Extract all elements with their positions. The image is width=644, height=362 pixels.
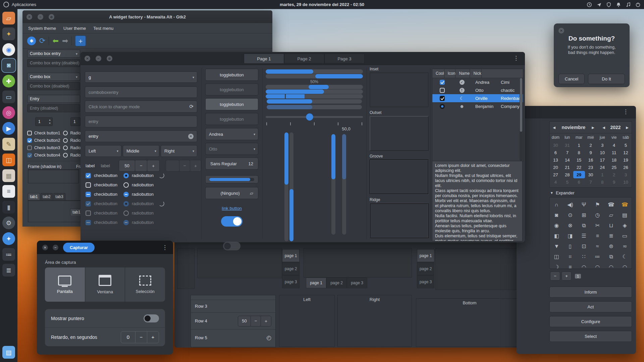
grid-icon[interactable]: ⊗ (564, 220, 577, 231)
radio[interactable] (63, 153, 68, 158)
network-icon[interactable] (596, 2, 602, 7)
calendar-day[interactable]: 17 (596, 156, 608, 164)
row-checkbox[interactable] (440, 104, 445, 109)
grid-icon[interactable]: ⊙ (564, 210, 577, 220)
vertical-tab[interactable]: page 3 (417, 275, 434, 288)
next-month-icon[interactable]: ▶ (589, 126, 597, 129)
radio[interactable] (123, 210, 129, 216)
grid-icon[interactable]: ◈ (618, 220, 632, 231)
scrollbar[interactable] (520, 78, 523, 161)
radio[interactable] (123, 201, 129, 206)
checkbox[interactable] (27, 138, 32, 143)
grid-icon[interactable]: ◠ (577, 262, 591, 269)
grid-icon[interactable]: ◨ (564, 231, 577, 241)
grid-icon[interactable]: ☰ (577, 231, 591, 241)
checkbox[interactable] (86, 192, 91, 197)
calendar-day[interactable]: 9 (608, 178, 620, 186)
shield-icon[interactable] (606, 2, 611, 7)
alignment-combo[interactable]: Middle▾ (123, 145, 159, 157)
calendar-day[interactable]: 2 (585, 141, 597, 149)
calendar-day[interactable]: 26 (620, 164, 632, 171)
menu-item[interactable]: Test menu (90, 25, 116, 32)
file-chooser-button[interactable]: (Ninguno)▱ (205, 187, 258, 199)
radio[interactable] (123, 220, 129, 225)
radio[interactable] (123, 173, 129, 178)
vertical-scale-3[interactable] (331, 134, 335, 235)
combo-box-entry[interactable]: g▾ (85, 71, 197, 83)
calendar-day[interactable]: 5 (561, 178, 573, 186)
dock-icon[interactable]: ≔ (2, 248, 15, 261)
close-icon[interactable]: ✕ (558, 28, 564, 34)
menu-item[interactable]: User theme (60, 25, 89, 32)
row-checkbox[interactable] (440, 88, 445, 93)
grid-icon[interactable]: ▱ (604, 210, 618, 220)
calendar-day[interactable]: 31 (561, 141, 573, 149)
dock-icon[interactable]: ◎ (2, 106, 15, 119)
refresh-icon[interactable]: ⟳ (189, 104, 194, 110)
grid-icon[interactable]: ≈ (591, 241, 604, 251)
delay-plus-button[interactable]: + (147, 331, 159, 343)
calendar-day[interactable]: 27 (550, 171, 561, 178)
calendar-day[interactable]: 5 (620, 141, 632, 149)
calendar-day[interactable]: 6 (573, 178, 585, 186)
dock-icon[interactable]: ✦ (2, 232, 15, 245)
calendar-day[interactable]: 7 (561, 149, 573, 156)
checkbox[interactable] (86, 182, 91, 188)
combo-box-entry[interactable]: Combo box entry▾ (27, 50, 80, 58)
page-tab[interactable]: Page 1 (244, 54, 284, 64)
calendar-day[interactable]: 21 (561, 164, 573, 171)
calendar-day[interactable]: 1 (596, 171, 608, 178)
grid-icon[interactable]: ◠ (618, 262, 632, 269)
radio[interactable] (123, 192, 129, 197)
menu-kebab-icon[interactable]: ⋮ (623, 109, 629, 115)
list-row[interactable]: Row 5 ◴ (191, 329, 275, 346)
music-icon[interactable] (626, 2, 631, 7)
add-button[interactable]: + (561, 272, 572, 281)
checkbox[interactable] (86, 201, 91, 206)
prev-year-icon[interactable]: ◀ (599, 126, 608, 129)
table-row[interactable]: ! Otto chaotic (432, 86, 523, 94)
grid-icon[interactable]: ▤ (618, 210, 632, 220)
calendar-day[interactable]: 11 (608, 149, 620, 156)
alignment-combo[interactable]: Left▾ (85, 145, 121, 157)
action-button[interactable]: Inform (549, 287, 632, 298)
grid-icon[interactable]: ◀) (564, 199, 577, 210)
grid-icon[interactable]: ☎ (618, 199, 632, 210)
dock-icon[interactable]: ⚙ (2, 217, 15, 229)
spin-value[interactable]: 50 (238, 316, 251, 326)
calendar-day[interactable]: 19 (620, 156, 632, 164)
grid-icon[interactable]: ◙ (550, 210, 564, 220)
column-header[interactable]: Icon (444, 69, 456, 78)
dock-icon[interactable]: ✚ (2, 75, 15, 87)
horizontal-tab[interactable]: page 2 (326, 278, 347, 288)
vertical-scale-1[interactable] (284, 132, 288, 241)
calendar-day[interactable]: 22 (573, 164, 585, 171)
grid-icon[interactable]: ⚑ (591, 199, 604, 210)
grid-icon[interactable]: ⧉ (577, 220, 591, 231)
clock-icon[interactable] (587, 2, 592, 7)
vertical-tab[interactable]: page 2 (417, 262, 434, 275)
minimize-icon[interactable]: − (53, 245, 58, 250)
vertical-scale-2[interactable] (289, 132, 293, 241)
list-row[interactable]: Row 4 50 − ＋ (191, 312, 275, 329)
option-window[interactable]: Ventana (85, 267, 125, 302)
delay-value[interactable]: 0 (121, 331, 136, 343)
list-row-partial[interactable] (191, 295, 275, 300)
font-button[interactable]: Sans Regular12 (205, 158, 258, 170)
grid-icon[interactable]: ◫ (550, 251, 564, 262)
grid-icon[interactable]: ⧉ (604, 251, 618, 262)
link-button[interactable]: link button (205, 205, 258, 211)
calendar-day[interactable]: 4 (608, 141, 620, 149)
toggle-button[interactable]: togglebutton (205, 69, 258, 81)
delay-minus-button[interactable]: − (136, 331, 147, 343)
calendar-day[interactable]: 7 (585, 178, 597, 186)
restore-icon[interactable]: ⊘ (107, 56, 112, 61)
grid-icon[interactable]: ⊞ (577, 210, 591, 220)
page-tab[interactable]: Page 3 (324, 54, 365, 64)
horizontal-tab[interactable]: page 1 (306, 278, 326, 288)
grid-icon[interactable]: ≂ (618, 241, 632, 251)
spin-button[interactable]: 1▲▼ (35, 117, 53, 126)
dock-icon[interactable]: ▮ (2, 201, 15, 214)
grid-icon[interactable]: ⊔ (604, 220, 618, 231)
column-header[interactable]: Name (455, 69, 470, 78)
